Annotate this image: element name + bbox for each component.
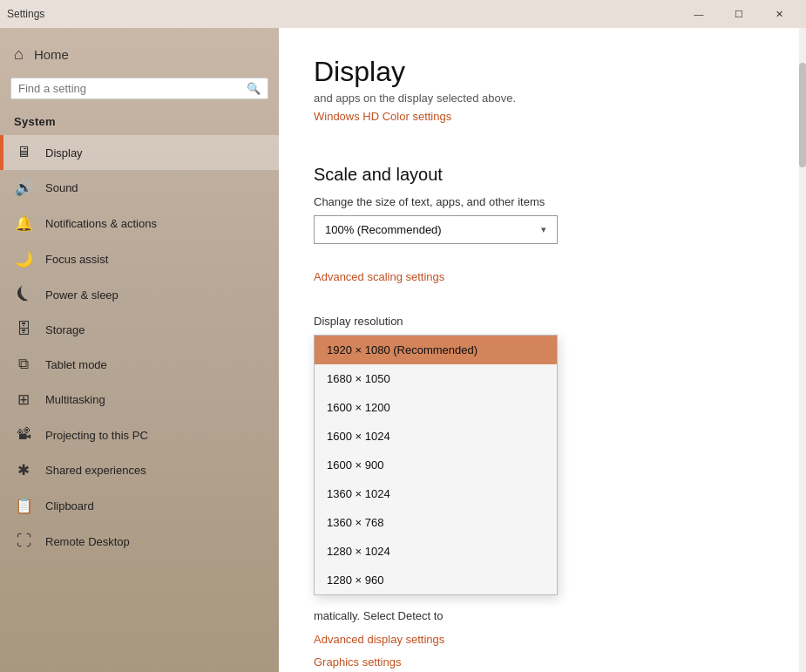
multitasking-icon: ⊞ bbox=[14, 390, 33, 409]
titlebar: Settings — ☐ ✕ bbox=[0, 0, 806, 28]
resolution-option[interactable]: 1680 × 1050 bbox=[315, 364, 557, 393]
scale-setting-label: Change the size of text, apps, and other… bbox=[314, 195, 771, 208]
resolution-options-container: 1920 × 1080 (Recommended)1680 × 10501600… bbox=[315, 336, 557, 594]
remote-icon: ⛶ bbox=[14, 533, 33, 550]
close-button[interactable]: ✕ bbox=[759, 0, 799, 28]
home-icon: ⌂ bbox=[14, 45, 24, 64]
sidebar-item-power[interactable]: ⏾ Power & sleep bbox=[0, 277, 279, 312]
advanced-scaling-link[interactable]: Advanced scaling settings bbox=[314, 270, 444, 283]
chevron-down-icon: ▾ bbox=[541, 224, 546, 235]
resolution-option[interactable]: 1360 × 1024 bbox=[315, 479, 557, 508]
notifications-label: Notifications & actions bbox=[45, 217, 157, 230]
resolution-option[interactable]: 1600 × 1024 bbox=[315, 422, 557, 451]
power-icon: ⏾ bbox=[14, 286, 33, 303]
app-title: Settings bbox=[7, 8, 44, 20]
resolution-label: Display resolution bbox=[314, 315, 771, 328]
notifications-icon: 🔔 bbox=[14, 214, 33, 233]
sidebar-item-notifications[interactable]: 🔔 Notifications & actions bbox=[0, 206, 279, 241]
shared-icon: ✱ bbox=[14, 461, 33, 479]
resolution-option[interactable]: 1600 × 900 bbox=[315, 451, 557, 479]
resolution-option[interactable]: 1280 × 1024 bbox=[315, 537, 557, 566]
sidebar-item-projecting[interactable]: 📽 Projecting to this PC bbox=[0, 417, 279, 452]
sidebar-item-sound[interactable]: 🔊 Sound bbox=[0, 170, 279, 206]
clipboard-label: Clipboard bbox=[45, 499, 94, 512]
scale-dropdown[interactable]: 100% (Recommended) ▾ bbox=[314, 215, 558, 244]
sidebar-item-display[interactable]: 🖥 Display bbox=[0, 135, 279, 170]
search-icon: 🔍 bbox=[247, 82, 261, 95]
graphics-link[interactable]: Graphics settings bbox=[314, 655, 401, 669]
shared-label: Shared experiences bbox=[45, 464, 146, 477]
scrollbar-thumb[interactable] bbox=[799, 63, 806, 167]
home-label: Home bbox=[34, 47, 69, 62]
sidebar-items-container: 🖥 Display 🔊 Sound 🔔 Notifications & acti… bbox=[0, 135, 279, 559]
sidebar-section-label: System bbox=[0, 110, 279, 135]
content-area: Display and apps on the display selected… bbox=[279, 28, 806, 672]
sidebar-item-remote[interactable]: ⛶ Remote Desktop bbox=[0, 524, 279, 559]
sound-icon: 🔊 bbox=[14, 179, 33, 197]
maximize-button[interactable]: ☐ bbox=[719, 0, 759, 28]
main-layout: ⌂ Home 🔍 System 🖥 Display 🔊 Sound 🔔 Noti… bbox=[0, 28, 806, 672]
tablet-icon: ⧉ bbox=[14, 356, 33, 373]
clipboard-icon: 📋 bbox=[14, 497, 33, 515]
sidebar-item-focus[interactable]: 🌙 Focus assist bbox=[0, 241, 279, 277]
sidebar-home[interactable]: ⌂ Home bbox=[0, 28, 279, 78]
sidebar-item-shared[interactable]: ✱ Shared experiences bbox=[0, 452, 279, 488]
display-icon: 🖥 bbox=[14, 144, 33, 161]
sidebar-item-multitasking[interactable]: ⊞ Multitasking bbox=[0, 382, 279, 417]
advanced-display-link[interactable]: Advanced display settings bbox=[314, 633, 444, 646]
tablet-label: Tablet mode bbox=[45, 358, 107, 371]
sidebar-item-clipboard[interactable]: 📋 Clipboard bbox=[0, 488, 279, 524]
focus-icon: 🌙 bbox=[14, 250, 33, 268]
sound-label: Sound bbox=[45, 181, 78, 194]
resolution-option[interactable]: 1920 × 1080 (Recommended) bbox=[315, 336, 557, 364]
window-controls: — ☐ ✕ bbox=[679, 0, 799, 28]
storage-label: Storage bbox=[45, 323, 85, 336]
display-label: Display bbox=[45, 146, 83, 160]
remote-label: Remote Desktop bbox=[45, 535, 130, 548]
resolution-option[interactable]: 1600 × 1200 bbox=[315, 393, 557, 422]
focus-label: Focus assist bbox=[45, 253, 108, 266]
partial-text: matically. Select Detect to bbox=[314, 609, 771, 622]
search-box[interactable]: 🔍 bbox=[10, 78, 268, 99]
scale-value: 100% (Recommended) bbox=[325, 223, 442, 236]
resolution-dropdown: 1920 × 1080 (Recommended)1680 × 10501600… bbox=[314, 335, 558, 595]
resolution-option[interactable]: 1360 × 768 bbox=[315, 508, 557, 537]
scale-section-title: Scale and layout bbox=[314, 165, 771, 185]
multitasking-label: Multitasking bbox=[45, 393, 105, 406]
hd-color-link[interactable]: Windows HD Color settings bbox=[314, 110, 451, 123]
sidebar-item-tablet[interactable]: ⧉ Tablet mode bbox=[0, 347, 279, 382]
projecting-label: Projecting to this PC bbox=[45, 429, 148, 442]
scrollbar-track[interactable] bbox=[799, 28, 806, 672]
page-title: Display bbox=[314, 56, 771, 88]
storage-icon: 🗄 bbox=[14, 321, 33, 338]
search-input[interactable] bbox=[18, 82, 241, 95]
power-label: Power & sleep bbox=[45, 288, 119, 302]
page-subtitle: and apps on the display selected above. bbox=[314, 92, 771, 105]
resolution-option[interactable]: 1280 × 960 bbox=[315, 566, 557, 594]
sidebar-item-storage[interactable]: 🗄 Storage bbox=[0, 312, 279, 347]
sidebar: ⌂ Home 🔍 System 🖥 Display 🔊 Sound 🔔 Noti… bbox=[0, 28, 279, 672]
minimize-button[interactable]: — bbox=[679, 0, 719, 28]
projecting-icon: 📽 bbox=[14, 426, 33, 444]
